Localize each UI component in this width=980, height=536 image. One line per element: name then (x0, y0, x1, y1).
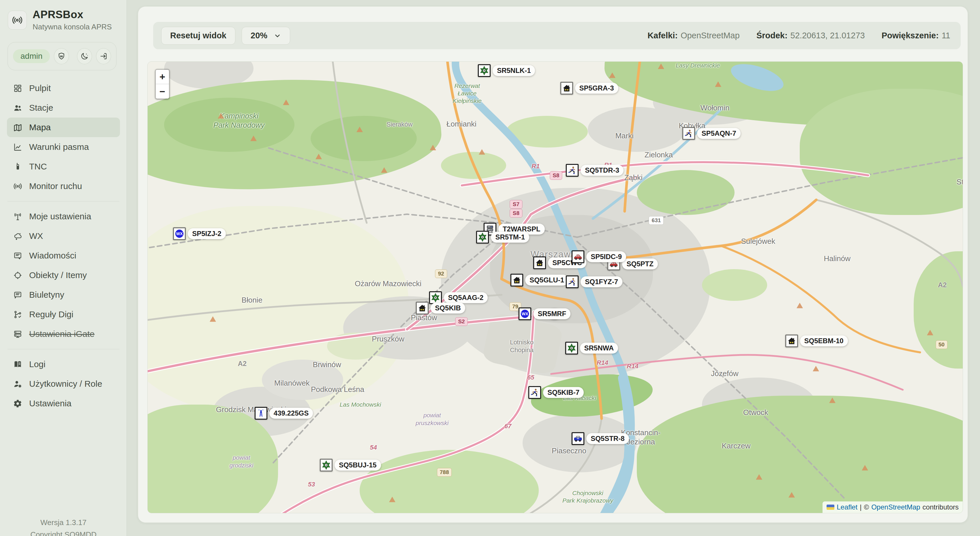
app-title: APRSBox (33, 9, 112, 21)
moon-stars-icon (80, 52, 89, 60)
marker-sq5kib-7[interactable]: SQ5KIB-7 (528, 386, 584, 399)
marker-label[interactable]: SQ5PTZ (622, 258, 657, 270)
sidebar-item-tnc[interactable]: TNC (7, 157, 120, 176)
marker-sp5izj-2[interactable]: SP5IZJ-2 (173, 227, 226, 240)
sidebar-item-wiadomosci[interactable]: Wiadomości (7, 246, 120, 265)
house-marker-icon[interactable] (511, 274, 523, 287)
tiles-label: Kafelki: (648, 31, 678, 40)
runner-marker-icon[interactable] (566, 164, 579, 177)
marker-label[interactable]: SP5IZJ-2 (188, 228, 226, 239)
marker-sr5nwa[interactable]: SR5NWA (565, 342, 618, 354)
marker-label[interactable]: SR5TM-1 (491, 232, 529, 243)
truck-marker-icon[interactable] (572, 432, 584, 445)
sidebar-item-wx[interactable]: WX (7, 226, 120, 246)
marker-label[interactable]: SQ5BUJ-15 (334, 460, 381, 471)
marker-label[interactable]: SQ5KIB-7 (543, 387, 584, 398)
tiles-status: Kafelki:OpenStreetMap (648, 31, 740, 40)
marker-label[interactable]: SP5GRA-3 (575, 83, 618, 94)
map-place-label: RezerwatŁawiceKiełpińskie (453, 82, 482, 105)
zoom-in-button[interactable]: + (156, 70, 169, 84)
marker-sp5aqn-7[interactable]: SP5AQN-7 (682, 127, 740, 140)
wx-marker-icon[interactable] (173, 227, 186, 240)
chart-icon (13, 143, 22, 152)
dark-mode-toggle[interactable] (77, 48, 92, 64)
car-marker-icon[interactable] (572, 251, 584, 263)
sidebar-item-moje-ustawienia[interactable]: Moje ustawienia (7, 207, 120, 226)
marker-sq5buj-15[interactable]: SQ5BUJ-15 (320, 459, 381, 471)
house-marker-icon[interactable] (785, 335, 798, 347)
peak-triangle-icon (658, 63, 664, 69)
marker-sr5mrf[interactable]: SR5MRF (519, 308, 571, 320)
cloud-icon (13, 232, 22, 241)
marker-label[interactable]: SQ5TDR-3 (581, 165, 624, 176)
road-shield: 788 (437, 468, 452, 477)
runner-marker-icon[interactable] (566, 276, 579, 288)
sidebar-item-reguly-digi[interactable]: Reguły Digi (7, 304, 120, 324)
sidebar-item-ustawienia-igate[interactable]: Ustawienia iGate (7, 324, 120, 344)
logout-button[interactable] (96, 48, 111, 64)
sidebar-item-logi[interactable]: Logi (7, 354, 120, 374)
marker-sq5glu-1[interactable]: SQ5GLU-1 (511, 274, 568, 287)
marker-sr5nlk-1[interactable]: SR5NLK-1 (478, 64, 535, 77)
marker-sq5tdr-3[interactable]: SQ5TDR-3 (566, 164, 624, 177)
digi-marker-icon[interactable] (478, 64, 491, 77)
admin-shield-button[interactable] (54, 48, 69, 64)
leaflet-link[interactable]: Leaflet (837, 503, 858, 511)
marker-label[interactable]: SR5NWA (580, 343, 618, 354)
sidebar-item-warunki-pasma[interactable]: Warunki pasma (7, 137, 120, 157)
map-place-label: Milanówek (274, 378, 310, 388)
marker-sp5gra-3[interactable]: SP5GRA-3 (560, 82, 618, 95)
digirules-icon (13, 310, 22, 319)
marker-sq1fyz-7[interactable]: SQ1FYZ-7 (566, 276, 622, 288)
reset-view-button[interactable]: Resetuj widok (161, 27, 235, 45)
sidebar: APRSBox Natywna konsola APRS admin Pulpi… (0, 0, 127, 536)
sidebar-item-obiekty-itemy[interactable]: Obiekty / Itemy (7, 265, 120, 285)
house-marker-icon[interactable] (533, 257, 546, 269)
osm-link[interactable]: OpenStreetMap (871, 503, 920, 511)
marker-sq5str-8[interactable]: SQ5STR-8 (572, 432, 629, 445)
map-attribution: Leaflet | © OpenStreetMap contributors (822, 501, 963, 513)
house-marker-icon[interactable] (416, 302, 429, 314)
sidebar-item-uzytkownicy-role[interactable]: Użytkownicy / Role (7, 374, 120, 394)
house-marker-icon[interactable] (560, 82, 573, 95)
marker-label[interactable]: SQ5STR-8 (586, 433, 629, 444)
marker-label[interactable]: SR5NLK-1 (493, 65, 535, 76)
marker-label[interactable]: SQ1FYZ-7 (581, 276, 622, 287)
marker-label[interactable]: SQ5EBM-10 (800, 335, 848, 346)
digi-marker-icon[interactable] (476, 231, 489, 244)
marker-label[interactable]: SP5AQN-7 (697, 128, 740, 139)
runner-marker-icon[interactable] (528, 386, 541, 399)
marker-label[interactable]: SQ5KIB (431, 303, 465, 314)
sidebar-item-pulpit[interactable]: Pulpit (7, 78, 120, 98)
marker-sq5ebm-10[interactable]: SQ5EBM-10 (785, 335, 848, 347)
marker-label[interactable]: SR5MRF (533, 308, 571, 319)
marker-label[interactable]: SQ5GLU-1 (525, 274, 568, 285)
marker-sq5kib[interactable]: SQ5KIB (416, 302, 465, 314)
digi-marker-icon[interactable] (565, 342, 578, 354)
marker-label[interactable]: SP5IDC-9 (586, 251, 626, 262)
marker-sr5tm-1[interactable]: SR5TM-1 (476, 231, 529, 244)
wx-marker-icon[interactable] (519, 308, 531, 320)
tower-marker-icon[interactable] (255, 407, 267, 420)
sidebar-item-ustawienia[interactable]: Ustawienia (7, 394, 120, 413)
sidebar-item-stacje[interactable]: Stacje (7, 98, 120, 117)
marker-label[interactable]: 439.225GS (269, 408, 313, 419)
peak-triangle-icon (210, 316, 216, 322)
runner-marker-icon[interactable] (682, 127, 695, 140)
sidebar-item-biuletyny[interactable]: Biuletyny (7, 285, 120, 304)
attribution-separator: | (860, 503, 861, 511)
digi-marker-icon[interactable] (320, 459, 332, 471)
map-place-label: ChojnowskiPark Krajobrazowy (562, 489, 613, 504)
sidebar-item-monitor-ruchu[interactable]: Monitor ruchu (7, 176, 120, 196)
marker-439-225gs[interactable]: 439.225GS (255, 407, 313, 420)
tnc-icon (13, 162, 22, 171)
road-shield: 92 (435, 270, 447, 278)
map-canvas[interactable]: KampinoskiPark NarodowyRezerwatŁawiceKie… (147, 61, 963, 513)
sidebar-item-label: Pulpit (29, 83, 51, 93)
peak-triangle-icon (315, 154, 322, 159)
zoom-select[interactable]: 20% (242, 27, 290, 45)
zoom-out-button[interactable]: − (156, 84, 169, 98)
attribution-suffix: contributors (923, 503, 959, 511)
sidebar-item-mapa[interactable]: Mapa (7, 117, 120, 137)
marker-sp5idc-9[interactable]: SP5IDC-9 (572, 251, 626, 263)
